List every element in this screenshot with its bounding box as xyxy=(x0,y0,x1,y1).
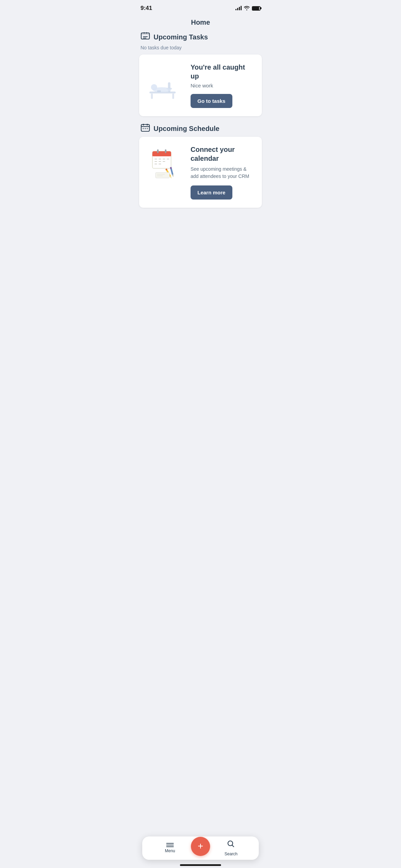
battery-icon xyxy=(252,6,260,11)
svg-rect-27 xyxy=(155,161,157,162)
tasks-headline: You're all caught up xyxy=(191,63,255,81)
tasks-sub: Nice work xyxy=(191,83,255,88)
schedule-headline: Connect your calendar xyxy=(191,145,255,163)
tasks-section-header: Upcoming Tasks xyxy=(139,32,262,42)
svg-rect-25 xyxy=(163,159,165,159)
svg-point-10 xyxy=(151,84,157,90)
svg-rect-16 xyxy=(145,128,146,129)
page-title: Home xyxy=(134,14,267,32)
svg-rect-21 xyxy=(157,149,159,153)
svg-rect-5 xyxy=(151,93,153,99)
schedule-sub: See upcoming meetings & add attendees to… xyxy=(191,166,255,180)
svg-rect-13 xyxy=(143,124,144,125)
status-icons xyxy=(235,5,260,11)
status-time: 9:41 xyxy=(141,5,152,12)
schedule-card: Connect your calendar See upcoming meeti… xyxy=(139,137,262,208)
svg-rect-39 xyxy=(157,174,165,175)
svg-rect-38 xyxy=(156,172,170,178)
schedule-section-header: Upcoming Schedule xyxy=(139,123,262,134)
svg-rect-31 xyxy=(159,164,161,165)
svg-rect-14 xyxy=(147,124,148,125)
tasks-illustration xyxy=(146,70,184,101)
svg-rect-30 xyxy=(155,164,157,165)
schedule-card-text: Connect your calendar See upcoming meeti… xyxy=(191,145,255,200)
signal-icon xyxy=(235,6,242,10)
learn-more-button[interactable]: Learn more xyxy=(191,185,232,200)
svg-marker-36 xyxy=(172,174,174,177)
svg-rect-28 xyxy=(159,161,161,162)
svg-rect-24 xyxy=(159,159,161,159)
schedule-illustration xyxy=(146,145,184,179)
tasks-card: You're all caught up Nice work Go to tas… xyxy=(139,55,262,116)
svg-rect-23 xyxy=(155,159,157,159)
svg-rect-15 xyxy=(143,128,144,129)
svg-rect-1 xyxy=(141,33,149,35)
tasks-section: Upcoming Tasks No tasks due today xyxy=(134,32,267,123)
status-bar: 9:41 xyxy=(134,0,267,14)
svg-rect-2 xyxy=(144,32,145,34)
schedule-section: Upcoming Schedule xyxy=(134,123,267,215)
svg-rect-40 xyxy=(157,176,162,176)
schedule-section-title: Upcoming Schedule xyxy=(154,125,219,133)
schedule-icon xyxy=(141,123,150,134)
svg-rect-17 xyxy=(147,128,148,129)
svg-rect-20 xyxy=(153,154,171,156)
go-to-tasks-button[interactable]: Go to tasks xyxy=(191,94,232,108)
svg-rect-6 xyxy=(172,93,174,99)
svg-rect-26 xyxy=(167,159,169,159)
tasks-icon xyxy=(141,32,150,42)
wifi-icon xyxy=(244,5,250,11)
svg-rect-29 xyxy=(163,161,165,162)
svg-rect-3 xyxy=(146,32,147,34)
tasks-subtitle: No tasks due today xyxy=(139,45,262,50)
svg-rect-11 xyxy=(157,90,161,92)
tasks-card-text: You're all caught up Nice work Go to tas… xyxy=(191,63,255,108)
tasks-section-title: Upcoming Tasks xyxy=(154,33,208,41)
svg-rect-22 xyxy=(165,149,167,153)
